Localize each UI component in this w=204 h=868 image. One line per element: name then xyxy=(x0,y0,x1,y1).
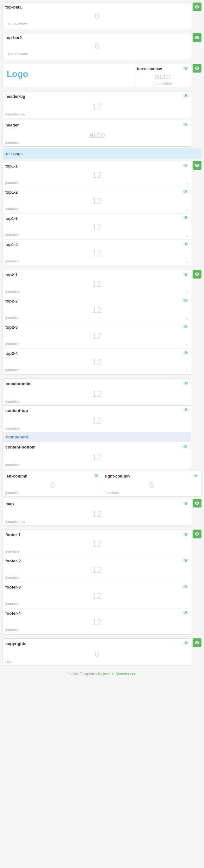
footer-group-wrapper: footer-1 👁 12 jnmodule footer-2 👁 12 jnm… xyxy=(2,530,202,637)
top1-2-eye[interactable]: 👁 xyxy=(183,189,188,195)
top-bar2-wrapper: top-bar2 6 jnmoduleraw xyxy=(2,33,202,62)
top2-wrapper: top2-1 👁 12 jnmodule↘ top2-2 👁 12 jnmodu… xyxy=(2,270,202,377)
top2-1-eye[interactable]: 👁 xyxy=(183,272,188,278)
top2-4-eye[interactable]: 👁 xyxy=(183,350,188,356)
eye-icon xyxy=(195,531,200,536)
footer-1-title: footer-1 xyxy=(5,532,21,537)
footer-4-title: footer-4 xyxy=(5,611,21,616)
content-bottom-section: content-bottom 👁 12 jnmodule xyxy=(2,442,192,469)
top1-add-btn[interactable] xyxy=(193,161,202,170)
header-bg-title: header-bg xyxy=(5,94,25,99)
left-column-title: left-column xyxy=(5,474,27,478)
breadcrumbs-eye[interactable]: 👁 xyxy=(183,381,188,386)
top-bar1-add-btn[interactable] xyxy=(193,2,202,11)
top2-2-row: top2-2 👁 12 jnmodule↘ xyxy=(3,296,191,322)
header-eye[interactable]: 👁 xyxy=(183,122,188,128)
content-top-section: content-top 👁 12 jnmodule xyxy=(2,405,192,432)
footer-group-eye-btn[interactable] xyxy=(193,530,202,538)
breadcrumbs-wrapper: breadcrumbs 👁 12 jnmodule xyxy=(2,378,202,405)
content-top-eye[interactable]: 👁 xyxy=(183,407,188,413)
footer-1-sub: jnmodule xyxy=(5,550,188,555)
top-menu-nav-label: top-menu-nav xyxy=(137,67,162,71)
top2-2-eye[interactable]: 👁 xyxy=(183,298,188,304)
eye-icon xyxy=(195,163,200,168)
top2-4-sub: jnmodule↘ xyxy=(5,368,188,373)
map-number: 12 xyxy=(3,508,191,520)
top2-group-eye-btn[interactable] xyxy=(193,270,202,279)
top-bar2-add-btn[interactable] xyxy=(193,33,202,42)
top-bar2-section: top-bar2 6 jnmoduleraw xyxy=(2,33,192,60)
top2-2-title: top2-2 xyxy=(5,299,18,303)
footer-group: footer-1 👁 12 jnmodule footer-2 👁 12 jnm… xyxy=(2,530,192,634)
footer-1-eye[interactable]: 👁 xyxy=(183,532,188,537)
header-bg-eye[interactable]: 👁 xyxy=(183,93,188,99)
eye-icon xyxy=(195,501,200,505)
top2-3-eye[interactable]: 👁 xyxy=(183,324,188,330)
top2-3-number: 12 xyxy=(5,330,188,342)
top1-1-eye[interactable]: 👁 xyxy=(183,163,188,169)
content-bottom-eye[interactable]: 👁 xyxy=(183,444,188,450)
top1-1-title: top1-1 xyxy=(5,164,18,168)
message-block: message xyxy=(2,149,202,159)
top1-3-title: top1-3 xyxy=(5,216,18,221)
top-bar1-eye-btn[interactable] xyxy=(193,2,202,11)
logo-add-btn[interactable] xyxy=(193,64,202,72)
right-column-eye[interactable]: 👁 xyxy=(194,473,199,479)
top-bar2-eye-btn[interactable] xyxy=(193,33,202,42)
left-column-eye[interactable]: 👁 xyxy=(94,473,99,479)
eye-icon xyxy=(195,272,200,277)
map-eye-btn[interactable] xyxy=(193,499,202,507)
footer-4-row: footer-4 👁 12 jnmodule xyxy=(3,609,191,634)
footer-credit-link[interactable]: by joomla-Monster.com xyxy=(98,672,137,676)
content-top-title: content-top xyxy=(5,408,28,413)
top-bar1-wrapper: top-bar1 6 jnmoduleraw xyxy=(2,2,202,31)
map-section: map 👁 12 jnmoduleraw xyxy=(2,499,192,526)
component-wrapper: component xyxy=(2,432,202,442)
top1-group-eye-btn[interactable] xyxy=(193,161,202,170)
copyrights-wrapper: copyrights 👁 6 raw xyxy=(2,639,202,668)
breadcrumbs-sub: jnmodule xyxy=(3,400,191,405)
footer-1-number: 12 xyxy=(5,537,188,550)
footer-3-sub: jnmodule xyxy=(5,602,188,607)
footer-2-eye[interactable]: 👁 xyxy=(183,558,188,564)
copyrights-eye[interactable]: 👁 xyxy=(183,641,188,646)
logo-row: Logo top-menu-nav 👁 auto jnmoduleraw xyxy=(2,64,192,87)
top1-4-eye[interactable]: 👁 xyxy=(183,242,188,247)
copyrights-title: copyrights xyxy=(5,641,26,646)
top-bar1-section: top-bar1 6 jnmoduleraw xyxy=(2,2,192,29)
top2-add-btn[interactable] xyxy=(193,270,202,279)
content-bottom-title: content-bottom xyxy=(5,445,35,450)
top2-1-row: top2-1 👁 12 jnmodule↘ xyxy=(3,270,191,296)
top1-4-row: top1-4 👁 12 jnmodule↘ xyxy=(3,240,191,266)
copyrights-eye-btn[interactable] xyxy=(193,639,202,647)
copyrights-add-btn[interactable] xyxy=(193,639,202,647)
top1-3-row: top1-3 👁 12 jnmodule↘ xyxy=(3,214,191,240)
map-eye[interactable]: 👁 xyxy=(183,501,188,506)
top1-3-eye[interactable]: 👁 xyxy=(183,215,188,221)
footer-3-eye[interactable]: 👁 xyxy=(183,584,188,590)
footer-4-number: 12 xyxy=(5,616,188,628)
logo-eye-btn[interactable] xyxy=(193,64,202,72)
header-bg-section: header-bg 👁 12 jnmoduleraw xyxy=(2,91,192,118)
right-column-cell: right-column 👁 6 jnmodule xyxy=(102,471,201,496)
top1-2-sub: jnmodule↘ xyxy=(5,207,188,212)
header-section: header 👁 auto jnmodule xyxy=(2,120,192,147)
footer-4-eye[interactable]: 👁 xyxy=(183,610,188,616)
top1-2-number: 12 xyxy=(5,195,188,207)
copyrights-number: 6 xyxy=(3,648,191,659)
top-menu-nav-sub: jnmoduleraw xyxy=(137,82,188,85)
left-column-cell: left-column 👁 6 jnmodule xyxy=(3,471,102,496)
right-column-title: right-column xyxy=(105,474,130,478)
footer-add-btn[interactable] xyxy=(193,530,202,538)
top1-1-row: top1-1 👁 12 jnmodule↘ xyxy=(3,161,191,187)
top-menu-nav-eye[interactable]: 👁 xyxy=(183,66,188,71)
top2-3-title: top2-3 xyxy=(5,325,18,330)
top1-3-number: 12 xyxy=(5,221,188,233)
top2-1-title: top2-1 xyxy=(5,273,18,277)
top-bar2-sub: jnmoduleraw xyxy=(5,52,188,58)
breadcrumbs-number: 12 xyxy=(3,388,191,400)
header-wrapper: header 👁 auto jnmodule xyxy=(2,120,202,147)
breadcrumbs-section: breadcrumbs 👁 12 jnmodule xyxy=(2,378,192,405)
copyrights-sub: raw xyxy=(3,659,191,665)
map-add-btn[interactable] xyxy=(193,499,202,507)
